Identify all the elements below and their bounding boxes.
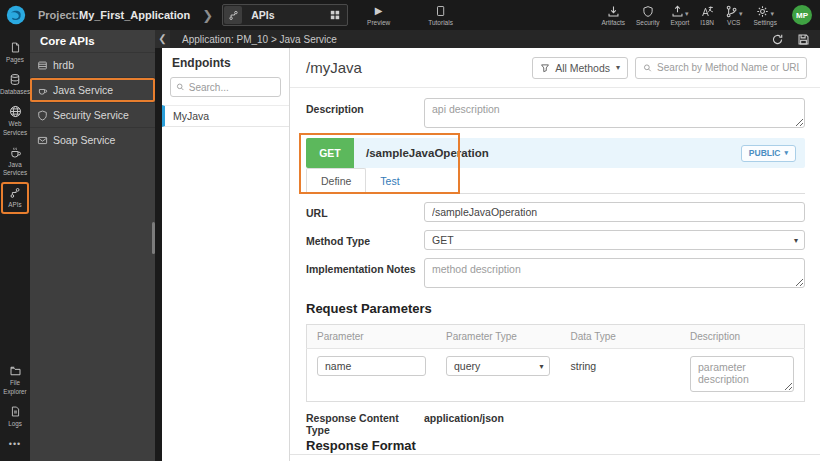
operation-row[interactable]: GET /sampleJavaOperation PUBLIC ▾ [306,138,805,168]
sidebar-item-logs[interactable]: Logs [1,401,29,433]
brand-logo-icon[interactable] [4,3,28,27]
vcs-branch-icon [725,5,738,18]
core-apis-panel: Core APIs hrdb Java Service [30,30,155,461]
topbar-center: ▶ Preview Tutorials [367,0,453,30]
content-bottom-divider [290,454,820,455]
panel-scrollbar-thumb[interactable] [152,222,155,254]
request-parameters-table: Parameter Parameter Type Data Type Descr… [306,324,805,402]
sidebar-item-databases[interactable]: Databases [1,69,29,101]
user-avatar[interactable]: MP [792,5,812,25]
column-header: Description [680,325,805,349]
response-format-title: Response Format [306,438,805,453]
tutorials-doc-icon [435,5,446,18]
file-explorer-icon [9,364,22,377]
settings-button[interactable]: ▾ Settings [754,5,778,26]
parameter-name-input[interactable] [317,356,426,376]
refresh-button[interactable] [771,33,784,46]
more-icon[interactable]: ••• [9,433,21,455]
caret-down-icon: ▾ [770,10,774,18]
implementation-notes-textarea[interactable] [424,258,805,288]
column-header: Parameter Type [436,325,561,349]
collapse-panel-button[interactable]: ❮ [155,30,170,48]
sidebar-item-apis[interactable]: APIs [1,182,29,214]
export-upload-icon [671,5,684,18]
all-methods-filter-button[interactable]: All Methods ▾ [532,57,628,79]
web-services-icon [9,105,22,118]
preview-button[interactable]: ▶ Preview [367,5,390,26]
url-label: URL [306,202,424,222]
method-search-input[interactable] [657,62,799,73]
artifacts-button[interactable]: Artifacts [601,5,624,26]
search-icon [176,82,185,92]
core-apis-item-hrdb[interactable]: hrdb [30,52,155,77]
grid-icon[interactable] [329,9,341,21]
soap-envelope-icon [37,135,48,146]
save-floppy-icon [797,33,810,46]
method-type-select[interactable]: GET ▾ [424,230,805,250]
export-button[interactable]: ▾ Export [670,5,689,26]
artifacts-download-icon [607,5,620,18]
main-content: /myJava All Methods ▾ [290,48,820,461]
sidebar-item-web-services[interactable]: Web Services [1,101,29,141]
breadcrumb: Application: PM_10 > Java Service [182,34,337,45]
url-input[interactable] [424,202,805,222]
apis-icon [9,186,21,199]
workspace-label: APIs [251,9,274,21]
parameter-type-select[interactable]: query ▾ [446,356,551,376]
security-shield-icon [642,5,654,18]
column-header: Data Type [560,325,680,349]
panel-resizer[interactable] [155,48,162,461]
save-button[interactable] [797,33,810,46]
sidebar-item-java-services[interactable]: Java Services [1,142,29,182]
caret-down-icon: ▾ [739,10,743,18]
column-header: Parameter [307,325,436,349]
core-apis-item-java-service[interactable]: Java Service [30,77,155,102]
method-get-badge: GET [306,138,354,168]
logs-icon [10,405,21,418]
sidebar-item-pages[interactable]: Pages [1,37,29,69]
core-apis-title: Core APIs [30,30,155,52]
core-apis-item-security-service[interactable]: Security Service [30,102,155,127]
response-content-type-label: Response Content Type [306,412,424,436]
visibility-public-button[interactable]: PUBLIC ▾ [741,145,796,162]
response-content-type-value: application/json [424,412,504,436]
sidebar-item-file-explorer[interactable]: File Explorer [1,360,29,400]
studio-app: Project:My_First_Application ❯ APIs ▶ Pr… [0,0,820,461]
pages-icon [10,41,21,54]
funnel-icon [540,63,550,73]
topbar: Project:My_First_Application ❯ APIs ▶ Pr… [0,0,820,30]
core-apis-item-soap-service[interactable]: Soap Service [30,127,155,152]
endpoints-search-input[interactable] [189,82,275,93]
breadcrumb-bar: ❮ Application: PM_10 > Java Service [155,30,820,48]
caret-down-icon: ▾ [539,362,543,371]
request-parameters-title: Request Parameters [306,301,805,316]
endpoints-title: Endpoints [162,48,289,77]
tutorials-button[interactable]: Tutorials [428,5,453,26]
endpoints-search [170,77,281,97]
tab-define[interactable]: Define [306,168,366,194]
parameter-description-textarea[interactable] [690,356,794,392]
databases-icon [9,73,21,86]
method-type-label: Method Type [306,230,424,250]
tab-test[interactable]: Test [366,168,413,193]
security-button[interactable]: Security [636,5,659,26]
implementation-notes-label: Implementation Notes [306,258,424,290]
endpoint-item-myjava[interactable]: MyJava [162,105,289,127]
page-title: /myJava [306,59,362,76]
vcs-button[interactable]: ▾ VCS [725,5,743,26]
database-table-icon [37,60,48,71]
project-name: My_First_Application [79,9,190,21]
main-header: /myJava All Methods ▾ [290,48,820,88]
i18n-button[interactable]: I18N [700,5,714,26]
description-textarea[interactable] [424,98,805,128]
search-icon [643,63,652,73]
i18n-translate-icon [701,5,714,18]
workspace-switcher[interactable]: APIs [222,4,348,26]
settings-gear-icon [756,5,769,18]
shield-icon [37,110,48,121]
apis-workspace-icon [224,6,242,24]
caret-down-icon: ▾ [685,10,689,18]
method-search [635,57,807,79]
project-label: Project:My_First_Application [38,9,190,21]
project-prefix: Project: [38,9,79,21]
